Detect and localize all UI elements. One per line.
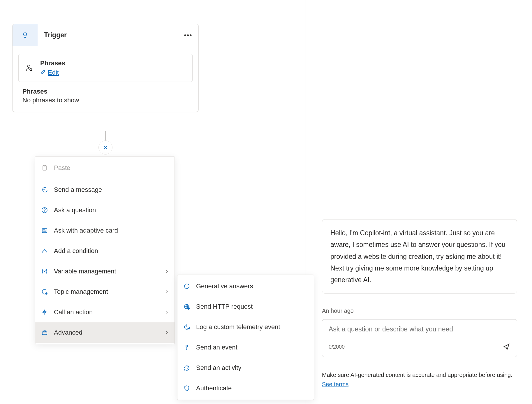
authoring-canvas[interactable]: Trigger ••• Phrases Edit [0,0,306,404]
svg-point-6 [44,211,45,212]
phrases-icon [25,64,33,72]
phrases-section-title: Phrases [22,88,193,95]
add-node-menu[interactable]: Paste Send a message Ask a question [35,156,175,344]
menu-variable-management[interactable]: Variable management [35,261,175,282]
menu-ask-question-label: Ask a question [54,206,96,214]
menu-variable-management-label: Variable management [54,268,116,275]
topic-icon [40,288,49,296]
submenu-telemetry-label: Log a custom telemetry event [196,323,280,331]
submenu-http-label: Send HTTP request [196,303,253,310]
svg-point-1 [28,65,30,67]
menu-add-condition-label: Add a condition [54,247,98,255]
menu-advanced-label: Advanced [54,329,82,336]
menu-topic-management[interactable]: Topic management [35,282,175,302]
menu-advanced[interactable]: Advanced [35,322,175,343]
trigger-node[interactable]: Trigger ••• Phrases Edit [12,24,199,112]
submenu-send-activity-label: Send an activity [196,364,241,372]
question-icon [40,206,49,214]
menu-send-message[interactable]: Send a message [35,180,175,200]
chevron-right-icon [165,269,169,274]
submenu-http[interactable]: Send HTTP request [177,296,314,317]
svg-rect-9 [42,332,47,335]
telemetry-icon [183,323,191,331]
submenu-generative-answers-label: Generative answers [196,282,253,290]
svg-point-0 [24,33,27,36]
svg-rect-7 [42,229,47,233]
menu-ask-question[interactable]: Ask a question [35,200,175,220]
phrases-empty-text: No phrases to show [22,96,193,104]
activity-icon [183,364,191,372]
submenu-send-event[interactable]: Send an event [177,337,314,358]
menu-adaptive-card[interactable]: Ask with adaptive card [35,220,175,241]
chevron-right-icon [165,310,169,315]
shield-icon [183,384,191,392]
variable-icon [40,267,49,275]
menu-divider [35,179,175,179]
advanced-submenu[interactable]: Generative answers Send HTTP request Log… [177,275,314,400]
menu-send-message-label: Send a message [54,186,102,194]
submenu-authenticate[interactable]: Authenticate [177,378,314,398]
message-icon [40,186,49,194]
globe-icon [183,303,191,311]
phrases-label: Phrases [40,59,65,67]
trigger-title: Trigger [38,31,178,39]
chat-input[interactable] [329,325,510,333]
edit-phrases-link[interactable]: Edit [48,69,59,76]
submenu-send-activity[interactable]: Send an activity [177,358,314,378]
chevron-right-icon [165,289,169,294]
trigger-header: Trigger ••• [13,24,198,46]
close-add-node-button[interactable] [98,140,112,154]
condition-icon [40,247,49,255]
char-count: 0/2000 [329,344,345,350]
svg-point-12 [186,345,188,347]
trigger-icon [13,24,38,46]
submenu-authenticate-label: Authenticate [196,384,232,392]
toolbox-icon [40,329,49,337]
event-icon [183,343,191,352]
chat-input-box[interactable]: 0/2000 [322,319,517,357]
message-timestamp: An hour ago [322,308,354,314]
pencil-icon [40,69,46,75]
svg-point-13 [186,349,187,350]
menu-call-action-label: Call an action [54,308,93,316]
adaptive-card-icon [40,226,49,235]
trigger-more-button[interactable]: ••• [178,31,198,39]
lightning-icon [40,308,49,316]
menu-topic-management-label: Topic management [54,288,108,296]
menu-paste-label: Paste [54,164,70,172]
see-terms-link[interactable]: See terms [322,381,348,387]
chevron-right-icon [165,330,169,335]
phrases-card[interactable]: Phrases Edit [18,54,193,82]
submenu-generative-answers[interactable]: Generative answers [177,276,314,296]
submenu-send-event-label: Send an event [196,344,237,351]
phrases-detail: Phrases No phrases to show [13,88,198,112]
sparkle-chat-icon [183,282,191,290]
send-button[interactable] [502,343,510,351]
submenu-telemetry[interactable]: Log a custom telemetry event [177,317,314,337]
paste-icon [40,164,49,172]
menu-add-condition[interactable]: Add a condition [35,241,175,261]
test-chat-panel: Hello, I'm Copilot-int, a virtual assist… [318,0,522,404]
menu-paste: Paste [35,158,175,178]
disclaimer-text: Make sure AI-generated content is accura… [322,372,512,378]
menu-call-action[interactable]: Call an action [35,302,175,322]
menu-adaptive-card-label: Ask with adaptive card [54,227,118,234]
bot-message: Hello, I'm Copilot-int, a virtual assist… [322,219,517,294]
ai-disclaimer: Make sure AI-generated content is accura… [322,370,517,389]
